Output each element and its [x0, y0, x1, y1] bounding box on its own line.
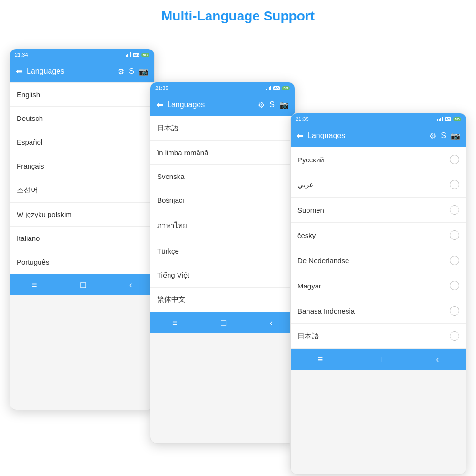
phone3-lang-label: عربي — [298, 180, 314, 189]
phone2-lang-item[interactable]: ภาษาไทย — [150, 212, 295, 239]
phone3-lang-item[interactable]: عربي — [291, 172, 466, 198]
phone1-lang-item[interactable]: Español — [10, 130, 154, 154]
phone2-lang-item[interactable]: 日本語 — [150, 116, 295, 141]
page-title: Multi-Language Support — [161, 9, 315, 24]
phone3-status-bar: 21:35 4G 5G — [291, 113, 466, 125]
phone3-camera-icon: 📷 — [451, 131, 460, 140]
phone3-lang-label: česky — [298, 231, 316, 239]
phone3-radio-circle[interactable] — [450, 331, 459, 341]
phone2-status-icons: 4G 5G — [266, 86, 290, 90]
phone3-radio-circle[interactable] — [450, 256, 459, 265]
phone1-s-icon: S — [129, 67, 134, 76]
phones-container: 21:34 4G 5G ⬅ Languages ⚙ S 📷 EnglishDeu… — [10, 34, 466, 444]
phone2-status-bar: 21:35 4G 5G — [150, 82, 295, 94]
phone2-signal-bars — [266, 86, 271, 90]
phone3-radio-circle[interactable] — [450, 205, 459, 215]
phone3-app-bar-title: Languages — [307, 131, 345, 140]
phone3-radio-circle[interactable] — [450, 306, 459, 316]
phone2-home-btn[interactable]: □ — [221, 318, 226, 328]
phone3-lang-item[interactable]: Suomen — [291, 198, 466, 223]
phone3-lang-label: Bahasa Indonesia — [298, 307, 355, 315]
phone2-4g-badge: 4G — [273, 86, 280, 90]
phone2-lang-item[interactable]: Bošnjaci — [150, 188, 295, 212]
phone1-lang-item[interactable]: Français — [10, 154, 154, 178]
phone1-signal-bars — [126, 52, 131, 57]
phone2-lang-item[interactable]: 繁体中文 — [150, 288, 295, 312]
phone3-5g-badge: 5G — [453, 117, 461, 121]
phone3-bottom-nav: ≡ □ ‹ — [291, 349, 466, 370]
phone1-camera-icon: 📷 — [139, 67, 149, 76]
phone2-lang-item[interactable]: în limba română — [150, 141, 295, 165]
phone2-app-bar-title: Languages — [167, 100, 205, 109]
phone3-app-bar-icons: ⚙ S 📷 — [429, 131, 460, 140]
phone2-lang-item[interactable]: Tiếng Việt — [150, 263, 295, 288]
phone2-5g-badge: 5G — [282, 86, 290, 90]
phone1-lang-item[interactable]: Português — [10, 250, 154, 274]
phone-3: 21:35 4G 5G ⬅ Languages ⚙ S 📷 Русскийعرب… — [290, 113, 466, 475]
phone3-radio-circle[interactable] — [450, 180, 459, 189]
phone2-lang-item[interactable]: Svenska — [150, 165, 295, 188]
phone1-lang-item[interactable]: Deutsch — [10, 107, 154, 130]
phone1-app-bar-title: Languages — [27, 67, 64, 76]
phone2-back-btn[interactable]: ‹ — [270, 318, 273, 328]
phone3-lang-list: РусскийعربيSuomenčeskyDe NederlandseMagy… — [291, 147, 466, 349]
phone3-lang-label: Русский — [298, 156, 324, 164]
phone1-status-bar: 21:34 4G 5G — [10, 49, 154, 60]
phone3-lang-item[interactable]: De Nederlandse — [291, 248, 466, 273]
phone3-lang-label: Magyar — [298, 282, 321, 290]
phone1-lang-item[interactable]: W języku polskim — [10, 203, 154, 227]
phone3-app-bar: ⬅ Languages ⚙ S 📷 — [291, 125, 466, 147]
phone2-bottom-nav: ≡ □ ‹ — [150, 312, 295, 333]
phone1-back-icon[interactable]: ⬅ — [16, 66, 23, 77]
phone3-radio-circle[interactable] — [450, 230, 459, 240]
phone2-bluetooth-icon: ⚙ — [258, 100, 265, 109]
phone3-menu-btn[interactable]: ≡ — [318, 355, 323, 365]
phone3-back-btn[interactable]: ‹ — [436, 355, 439, 365]
phone2-app-bar-left: ⬅ Languages — [156, 99, 205, 110]
phone2-menu-btn[interactable]: ≡ — [172, 318, 178, 328]
phone1-lang-item[interactable]: 조선어 — [10, 178, 154, 203]
phone1-lang-list: EnglishDeutschEspañolFrançais조선어W języku… — [10, 82, 154, 274]
phone1-app-bar-icons: ⚙ S 📷 — [118, 67, 149, 76]
phone3-radio-circle[interactable] — [450, 155, 459, 164]
phone2-back-icon[interactable]: ⬅ — [156, 99, 163, 110]
phone3-lang-item[interactable]: 日本語 — [291, 324, 466, 349]
phone1-app-bar: ⬅ Languages ⚙ S 📷 — [10, 60, 154, 82]
phone1-app-bar-left: ⬅ Languages — [16, 66, 64, 77]
phone1-4g-badge: 4G — [133, 53, 140, 57]
phone3-lang-item[interactable]: česky — [291, 223, 466, 248]
phone1-bottom-nav: ≡ □ ‹ — [10, 274, 154, 295]
phone3-4g-badge: 4G — [445, 117, 452, 121]
phone2-camera-icon: 📷 — [279, 100, 289, 109]
phone2-lang-item[interactable]: Türkçe — [150, 239, 295, 263]
phone1-back-btn[interactable]: ‹ — [129, 280, 132, 290]
phone3-bluetooth-icon: ⚙ — [429, 131, 436, 140]
phone1-menu-btn[interactable]: ≡ — [32, 280, 37, 290]
phone-2: 21:35 4G 5G ⬅ Languages ⚙ S 📷 日本語în limb… — [150, 82, 295, 444]
phone3-app-bar-left: ⬅ Languages — [297, 130, 345, 141]
phone1-5g-badge: 5G — [141, 53, 149, 57]
phone3-lang-item[interactable]: Bahasa Indonesia — [291, 298, 466, 324]
phone3-lang-item[interactable]: Русский — [291, 147, 466, 172]
phone2-time: 21:35 — [155, 85, 169, 91]
phone2-s-icon: S — [269, 100, 275, 109]
phone3-signal-bars — [437, 117, 443, 121]
phone-1: 21:34 4G 5G ⬅ Languages ⚙ S 📷 EnglishDeu… — [10, 49, 155, 410]
phone2-app-bar-icons: ⚙ S 📷 — [258, 100, 289, 109]
phone3-time: 21:35 — [296, 116, 309, 122]
phone3-back-icon[interactable]: ⬅ — [297, 130, 304, 141]
phone3-status-icons: 4G 5G — [437, 117, 461, 121]
phone3-lang-label: 日本語 — [298, 332, 319, 341]
phone3-radio-circle[interactable] — [450, 281, 459, 290]
phone3-lang-label: Suomen — [298, 206, 324, 214]
phone1-time: 21:34 — [15, 52, 28, 58]
phone3-home-btn[interactable]: □ — [377, 355, 382, 365]
phone1-lang-item[interactable]: Italiano — [10, 227, 154, 250]
phone3-s-icon: S — [441, 131, 446, 140]
phone1-home-btn[interactable]: □ — [80, 280, 86, 290]
phone3-lang-label: De Nederlandse — [298, 257, 349, 265]
phone1-lang-item[interactable]: English — [10, 82, 154, 107]
phone1-status-icons: 4G 5G — [126, 52, 149, 57]
phone1-bluetooth-icon: ⚙ — [118, 67, 124, 76]
phone3-lang-item[interactable]: Magyar — [291, 273, 466, 298]
